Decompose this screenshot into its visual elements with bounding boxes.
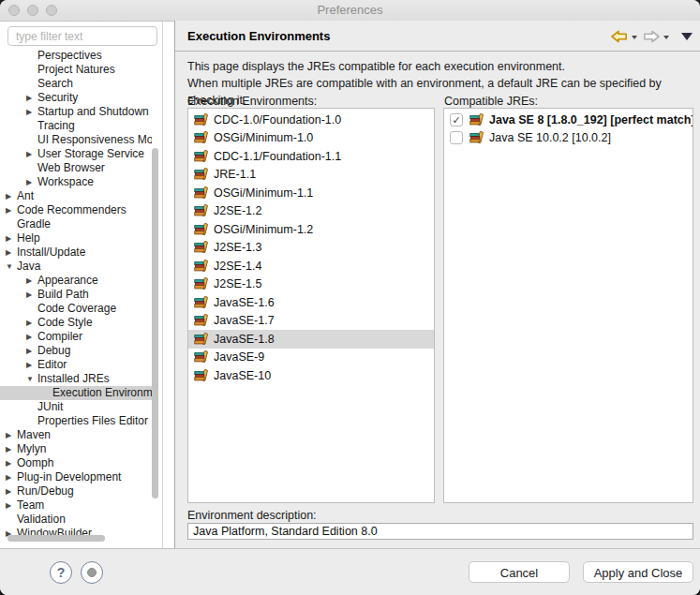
sidebar-item-editor[interactable]: ▶Editor xyxy=(0,358,152,372)
sidebar-item-code-style[interactable]: ▶Code Style xyxy=(0,316,152,330)
disclosure-collapsed-icon[interactable]: ▶ xyxy=(6,245,17,260)
sidebar-item-web-browser[interactable]: Web Browser xyxy=(0,161,152,175)
disclosure-expanded-icon[interactable]: ▼ xyxy=(6,260,17,274)
apply-and-close-button[interactable]: Apply and Close xyxy=(583,561,693,583)
disclosure-collapsed-icon[interactable]: ▶ xyxy=(6,470,17,484)
disclosure-collapsed-icon[interactable]: ▶ xyxy=(26,105,37,119)
compatible-jre-item-java-se-10-0-2-10-0-2[interactable]: Java SE 10.0.2 [10.0.2] xyxy=(444,129,693,148)
view-menu-icon[interactable] xyxy=(681,33,693,40)
help-button[interactable]: ? xyxy=(50,561,72,584)
checkbox-unchecked[interactable] xyxy=(450,131,463,144)
sidebar-item-search[interactable]: Search xyxy=(0,77,152,91)
sidebar-item-label: Install/Update xyxy=(17,245,85,260)
disclosure-collapsed-icon[interactable]: ▶ xyxy=(26,147,37,161)
sidebar-item-oomph[interactable]: ▶Oomph xyxy=(0,456,152,470)
disclosure-collapsed-icon[interactable]: ▶ xyxy=(26,358,37,372)
exec-env-item-javase-10[interactable]: JavaSE-10 xyxy=(188,366,434,385)
sidebar-item-install-update[interactable]: ▶Install/Update xyxy=(0,245,152,260)
sidebar-item-label: Maven xyxy=(17,428,51,442)
disclosure-collapsed-icon[interactable]: ▶ xyxy=(6,442,17,456)
environment-description-field[interactable] xyxy=(187,523,693,540)
sidebar-item-ui-responsiveness-mo[interactable]: UI Responsiveness Mo xyxy=(0,133,152,147)
sidebar-item-installed-jres[interactable]: ▼Installed JREs xyxy=(0,372,152,386)
exec-env-item-cdc-1-1-foundation-1-1[interactable]: CDC-1.1/Foundation-1.1 xyxy=(188,147,434,166)
exec-env-item-javase-1-6[interactable]: JavaSE-1.6 xyxy=(188,293,434,312)
sidebar-item-label: Properties Files Editor xyxy=(37,414,148,428)
exec-env-item-javase-9[interactable]: JavaSE-9 xyxy=(188,349,434,367)
disclosure-collapsed-icon[interactable]: ▶ xyxy=(6,498,17,513)
disclosure-collapsed-icon[interactable]: ▶ xyxy=(6,428,17,442)
filter-input[interactable] xyxy=(7,26,157,46)
sidebar-item-junit[interactable]: JUnit xyxy=(0,400,152,414)
exec-env-item-j2se-1-5[interactable]: J2SE-1.5 xyxy=(188,275,434,294)
exec-env-item-cdc-1-0-foundation-1-0[interactable]: CDC-1.0/Foundation-1.0 xyxy=(188,111,434,129)
disclosure-collapsed-icon[interactable]: ▶ xyxy=(26,91,37,105)
sidebar-item-mylyn[interactable]: ▶Mylyn xyxy=(0,442,152,456)
disclosure-collapsed-icon[interactable]: ▶ xyxy=(6,484,17,498)
back-menu-caret-icon[interactable] xyxy=(632,36,637,39)
sidebar-item-properties-files-editor[interactable]: Properties Files Editor xyxy=(0,414,152,428)
compatible-jres-label: Compatible JREs: xyxy=(444,95,538,108)
sidebar-item-startup-and-shutdown[interactable]: ▶Startup and Shutdown xyxy=(0,105,152,119)
forward-icon[interactable] xyxy=(642,29,661,44)
checkbox-checked[interactable]: ✓ xyxy=(450,113,463,126)
sidebar-item-validation[interactable]: Validation xyxy=(0,513,152,527)
sidebar-item-run-debug[interactable]: ▶Run/Debug xyxy=(0,484,152,498)
disclosure-collapsed-icon[interactable]: ▶ xyxy=(6,189,17,203)
exec-env-item-javase-1-8[interactable]: JavaSE-1.8 xyxy=(188,330,434,349)
preference-recorder-button[interactable] xyxy=(81,561,103,584)
sidebar-item-ant[interactable]: ▶Ant xyxy=(0,189,152,203)
exec-env-item-osgi-minimum-1-2[interactable]: OSGi/Minimum-1.2 xyxy=(188,220,434,239)
sidebar-item-label: Plug-in Development xyxy=(17,470,121,484)
disclosure-collapsed-icon[interactable]: ▶ xyxy=(26,288,37,302)
library-icon xyxy=(194,186,209,201)
disclosure-expanded-icon[interactable]: ▼ xyxy=(26,372,37,386)
disclosure-collapsed-icon[interactable]: ▶ xyxy=(6,456,17,470)
library-icon xyxy=(194,112,209,127)
forward-menu-caret-icon[interactable] xyxy=(663,36,669,39)
sidebar-item-execution-environm[interactable]: Execution Environm xyxy=(0,386,152,400)
sidebar-item-plug-in-development[interactable]: ▶Plug-in Development xyxy=(0,470,152,484)
sidebar-item-team[interactable]: ▶Team xyxy=(0,498,152,513)
compatible-jre-label: Java SE 10.0.2 [10.0.2] xyxy=(489,131,611,144)
sidebar-item-build-path[interactable]: ▶Build Path xyxy=(0,288,152,302)
tree-horizontal-scrollbar[interactable] xyxy=(7,535,105,542)
exec-env-item-osgi-minimum-1-0[interactable]: OSGi/Minimum-1.0 xyxy=(188,129,434,148)
sidebar-item-label: Code Recommenders xyxy=(17,203,127,217)
disclosure-collapsed-icon[interactable]: ▶ xyxy=(26,274,37,288)
compatible-jre-item-java-se-8-1-8-0-192-perfect-match[interactable]: ✓Java SE 8 [1.8.0_192] [perfect match] xyxy=(444,111,693,129)
sidebar-item-debug[interactable]: ▶Debug xyxy=(0,344,152,358)
sidebar-item-tracing[interactable]: Tracing xyxy=(0,119,152,133)
sidebar-item-user-storage-service[interactable]: ▶User Storage Service xyxy=(0,147,152,161)
exec-env-item-j2se-1-3[interactable]: J2SE-1.3 xyxy=(188,239,434,258)
sidebar-item-project-natures[interactable]: Project Natures xyxy=(0,63,152,77)
disclosure-collapsed-icon[interactable]: ▶ xyxy=(26,330,37,344)
disclosure-collapsed-icon[interactable]: ▶ xyxy=(6,231,17,245)
sidebar-item-workspace[interactable]: ▶Workspace xyxy=(0,175,152,189)
sidebar-item-code-coverage[interactable]: Code Coverage xyxy=(0,302,152,316)
sidebar-item-label: Startup and Shutdown xyxy=(37,105,149,119)
sidebar-item-security[interactable]: ▶Security xyxy=(0,91,152,105)
exec-env-item-j2se-1-4[interactable]: J2SE-1.4 xyxy=(188,257,434,275)
cancel-button[interactable]: Cancel xyxy=(469,561,570,583)
sidebar-item-appearance[interactable]: ▶Appearance xyxy=(0,274,152,288)
tree-vertical-scrollbar[interactable] xyxy=(152,148,158,498)
sidebar-item-label: Perspectives xyxy=(37,49,102,63)
sidebar-item-label: Ant xyxy=(17,189,34,203)
sidebar-item-maven[interactable]: ▶Maven xyxy=(0,428,152,442)
sidebar-item-gradle[interactable]: Gradle xyxy=(0,217,152,231)
exec-env-item-j2se-1-2[interactable]: J2SE-1.2 xyxy=(188,202,434,221)
disclosure-collapsed-icon[interactable]: ▶ xyxy=(26,175,37,189)
sidebar-item-help[interactable]: ▶Help xyxy=(0,231,152,245)
sidebar-item-code-recommenders[interactable]: ▶Code Recommenders xyxy=(0,203,152,217)
disclosure-collapsed-icon[interactable]: ▶ xyxy=(6,203,17,217)
exec-env-item-osgi-minimum-1-1[interactable]: OSGi/Minimum-1.1 xyxy=(188,184,434,202)
back-icon[interactable] xyxy=(610,29,629,44)
disclosure-collapsed-icon[interactable]: ▶ xyxy=(26,316,37,330)
disclosure-collapsed-icon[interactable]: ▶ xyxy=(26,344,37,358)
sidebar-item-perspectives[interactable]: Perspectives xyxy=(0,49,152,63)
exec-env-item-javase-1-7[interactable]: JavaSE-1.7 xyxy=(188,312,434,331)
sidebar-item-compiler[interactable]: ▶Compiler xyxy=(0,330,152,344)
sidebar-item-java[interactable]: ▼Java xyxy=(0,260,152,274)
exec-env-item-jre-1-1[interactable]: JRE-1.1 xyxy=(188,166,434,185)
